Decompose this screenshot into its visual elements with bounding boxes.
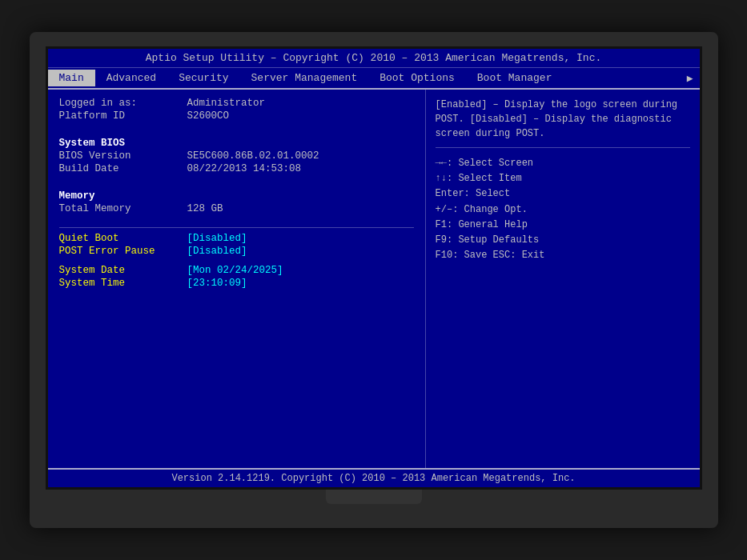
platform-label: Platform ID — [59, 110, 187, 122]
key-select-screen: →←: Select Screen — [436, 156, 690, 171]
bios-section-title: System BIOS — [59, 138, 414, 149]
quiet-boot-row[interactable]: Quiet Boot [Disabled] — [59, 233, 414, 244]
key-general-help: F1: General Help — [436, 218, 690, 233]
key-select-item: ↑↓: Select Item — [436, 171, 690, 186]
platform-value: S2600CO — [187, 110, 230, 122]
logged-in-label: Logged in as: — [59, 98, 187, 109]
bios-version-value: SE5C600.86B.02.01.0002 — [187, 150, 319, 162]
total-memory-row: Total Memory 128 GB — [59, 203, 414, 214]
system-date-row[interactable]: System Date [Mon 02/24/2025] — [59, 265, 414, 276]
key-save-exit: F10: Save ESC: Exit — [436, 248, 690, 263]
menu-advanced[interactable]: Advanced — [95, 70, 167, 86]
bios-version-row: BIOS Version SE5C600.86B.02.01.0002 — [59, 150, 414, 162]
key-change-opt: +/–: Change Opt. — [436, 202, 690, 218]
content-area: Logged in as: Administrator Platform ID … — [48, 90, 700, 468]
menu-server-management[interactable]: Server Management — [240, 70, 369, 86]
menu-bar: Main Advanced Security Server Management… — [48, 68, 700, 90]
title-text: Aptio Setup Utility – Copyright (C) 2010… — [146, 52, 602, 64]
total-memory-label: Total Memory — [59, 203, 187, 214]
quiet-boot-label: Quiet Boot — [59, 233, 187, 244]
left-panel: Logged in as: Administrator Platform ID … — [48, 90, 426, 468]
menu-more-arrow: ▶ — [687, 72, 700, 85]
logged-in-row: Logged in as: Administrator — [59, 98, 414, 109]
system-time-row[interactable]: System Time [23:10:09] — [59, 278, 414, 289]
system-time-label: System Time — [59, 278, 187, 289]
platform-row: Platform ID S2600CO — [59, 110, 414, 122]
menu-boot-manager[interactable]: Boot Manager — [466, 70, 564, 86]
total-memory-value: 128 GB — [187, 203, 223, 214]
key-help-section: →←: Select Screen ↑↓: Select Item Enter:… — [436, 156, 690, 263]
system-date-value: [Mon 02/24/2025] — [187, 265, 283, 276]
help-description: [Enabled] – Display the logo screen duri… — [436, 98, 690, 141]
monitor-stand — [326, 490, 422, 504]
post-error-value: [Disabled] — [187, 246, 247, 257]
logged-in-value: Administrator — [187, 98, 266, 109]
build-date-value: 08/22/2013 14:53:08 — [187, 163, 302, 174]
build-date-label: Build Date — [59, 163, 187, 174]
footer-bar: Version 2.14.1219. Copyright (C) 2010 – … — [48, 468, 700, 487]
key-setup-defaults: F9: Setup Defaults — [436, 233, 690, 248]
post-error-label: POST Error Pause — [59, 246, 187, 257]
quiet-boot-value: [Disabled] — [187, 233, 247, 244]
monitor: Aptio Setup Utility – Copyright (C) 2010… — [30, 32, 718, 528]
title-bar: Aptio Setup Utility – Copyright (C) 2010… — [48, 49, 700, 68]
bios-screen: Aptio Setup Utility – Copyright (C) 2010… — [46, 46, 702, 490]
key-enter: Enter: Select — [436, 186, 690, 202]
post-error-row[interactable]: POST Error Pause [Disabled] — [59, 246, 414, 257]
right-panel: [Enabled] – Display the logo screen duri… — [426, 90, 700, 468]
system-date-label: System Date — [59, 265, 187, 276]
footer-text: Version 2.14.1219. Copyright (C) 2010 – … — [171, 473, 575, 484]
memory-section-title: Memory — [59, 190, 414, 202]
menu-main[interactable]: Main — [48, 70, 95, 86]
right-divider — [436, 147, 690, 148]
build-date-row: Build Date 08/22/2013 14:53:08 — [59, 163, 414, 174]
bios-version-label: BIOS Version — [59, 150, 187, 162]
system-time-value: [23:10:09] — [187, 278, 247, 289]
menu-security[interactable]: Security — [167, 70, 239, 86]
menu-boot-options[interactable]: Boot Options — [368, 70, 466, 86]
